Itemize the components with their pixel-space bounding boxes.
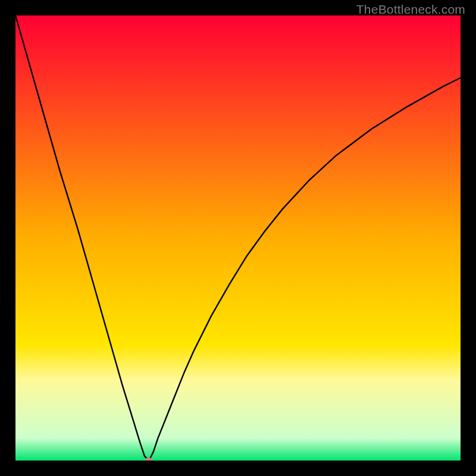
min-point-marker: [145, 458, 153, 461]
chart-frame: TheBottleneck.com: [0, 0, 476, 476]
bottleneck-curve: [15, 15, 461, 461]
watermark-text: TheBottleneck.com: [356, 2, 465, 17]
plot-area: [15, 15, 461, 461]
